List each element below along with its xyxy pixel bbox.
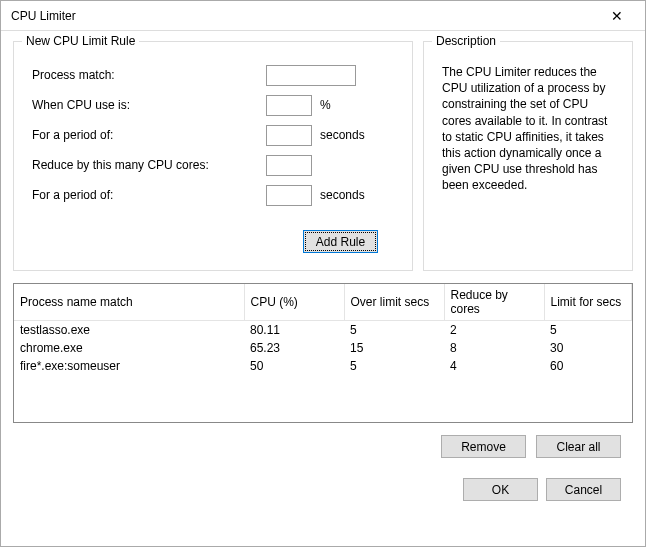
- titlebar: CPU Limiter ✕: [1, 1, 645, 31]
- period2-suffix: seconds: [320, 188, 365, 202]
- clear-all-button[interactable]: Clear all: [536, 435, 621, 458]
- col-process-name[interactable]: Process name match: [14, 284, 244, 321]
- col-over-limit[interactable]: Over limit secs: [344, 284, 444, 321]
- cell-c4: 4: [444, 357, 544, 375]
- table-row[interactable]: fire*.exe:someuser505460: [14, 357, 632, 375]
- process-match-label: Process match:: [26, 68, 266, 82]
- cell-c4: 2: [444, 321, 544, 340]
- table-row[interactable]: chrome.exe65.2315830: [14, 339, 632, 357]
- when-cpu-input[interactable]: [266, 95, 312, 116]
- process-match-input[interactable]: [266, 65, 356, 86]
- period1-label: For a period of:: [26, 128, 266, 142]
- description-text: The CPU Limiter reduces the CPU utilizat…: [436, 60, 620, 194]
- percent-suffix: %: [320, 98, 331, 112]
- col-reduce-by[interactable]: Reduce by cores: [444, 284, 544, 321]
- cell-c3: 5: [344, 357, 444, 375]
- cell-c1: testlasso.exe: [14, 321, 244, 340]
- cell-c2: 65.23: [244, 339, 344, 357]
- cell-c1: chrome.exe: [14, 339, 244, 357]
- cancel-button[interactable]: Cancel: [546, 478, 621, 501]
- when-cpu-label: When CPU use is:: [26, 98, 266, 112]
- period2-label: For a period of:: [26, 188, 266, 202]
- new-rule-group: New CPU Limit Rule Process match: When C…: [13, 41, 413, 271]
- rules-table[interactable]: Process name match CPU (%) Over limit se…: [13, 283, 633, 423]
- cell-c5: 5: [544, 321, 632, 340]
- reduce-label: Reduce by this many CPU cores:: [26, 158, 266, 172]
- add-rule-button[interactable]: Add Rule: [303, 230, 378, 253]
- table-row[interactable]: testlasso.exe80.11525: [14, 321, 632, 340]
- new-rule-legend: New CPU Limit Rule: [22, 34, 139, 48]
- cell-c5: 30: [544, 339, 632, 357]
- period1-input[interactable]: [266, 125, 312, 146]
- cell-c2: 80.11: [244, 321, 344, 340]
- col-limit-for[interactable]: Limit for secs: [544, 284, 632, 321]
- cell-c4: 8: [444, 339, 544, 357]
- cell-c2: 50: [244, 357, 344, 375]
- reduce-input[interactable]: [266, 155, 312, 176]
- col-cpu[interactable]: CPU (%): [244, 284, 344, 321]
- period2-input[interactable]: [266, 185, 312, 206]
- close-icon[interactable]: ✕: [597, 8, 637, 24]
- cell-c5: 60: [544, 357, 632, 375]
- cell-c3: 15: [344, 339, 444, 357]
- period1-suffix: seconds: [320, 128, 365, 142]
- description-legend: Description: [432, 34, 500, 48]
- remove-button[interactable]: Remove: [441, 435, 526, 458]
- window-title: CPU Limiter: [11, 9, 597, 23]
- cell-c1: fire*.exe:someuser: [14, 357, 244, 375]
- cell-c3: 5: [344, 321, 444, 340]
- ok-button[interactable]: OK: [463, 478, 538, 501]
- description-group: Description The CPU Limiter reduces the …: [423, 41, 633, 271]
